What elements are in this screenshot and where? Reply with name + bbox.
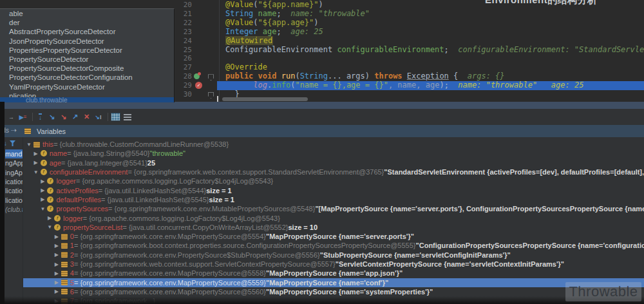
stack-frame-row[interactable]: lication bbox=[5, 196, 23, 205]
expand-arrow-icon[interactable]: ▶ bbox=[39, 187, 46, 193]
frames-filter-icon[interactable] bbox=[10, 140, 15, 146]
variable-row[interactable]: ▶factiveProfiles = {java.util.LinkedHash… bbox=[23, 186, 644, 195]
variable-row[interactable]: ▶5 = {org.springframework.core.env.MapPr… bbox=[23, 278, 644, 287]
stack-frame-row[interactable]: lication bbox=[5, 186, 23, 195]
variable-summary: "MapPropertySource {name='server.ports'}… bbox=[266, 233, 414, 240]
project-file-popup[interactable]: ablederAbstractPropertySourceDetectorJso… bbox=[0, 8, 175, 102]
expand-arrow-icon[interactable]: ▶ bbox=[33, 151, 39, 157]
variable-reference: = {org.apache.commons.logging.LogFactory… bbox=[83, 214, 280, 222]
file-list-item[interactable]: PropertySourceDetectorComposite bbox=[0, 64, 174, 73]
file-list-selected-row[interactable]: club.throwable bbox=[0, 97, 175, 102]
code-token: ; bbox=[277, 9, 281, 18]
expand-arrow-icon[interactable]: ▼ bbox=[33, 169, 39, 175]
expand-arrow-icon[interactable]: ▶ bbox=[53, 234, 60, 240]
expand-arrow-icon[interactable]: ▶ bbox=[53, 289, 60, 294]
file-list-item[interactable]: PropertySourceDetector bbox=[0, 55, 174, 64]
variable-row[interactable]: ▼this = {club.throwable.CustomCommandLin… bbox=[23, 140, 644, 149]
code-text[interactable]: @Override bbox=[225, 63, 267, 72]
step-over-icon[interactable]: ↓ bbox=[35, 112, 45, 122]
expand-arrow-icon[interactable]: ▼ bbox=[46, 224, 53, 230]
caret-tick bbox=[217, 96, 218, 102]
fold-marker-icon[interactable] bbox=[208, 92, 214, 99]
code-token: Integer bbox=[225, 27, 258, 36]
evaluate-expression-icon[interactable] bbox=[111, 112, 120, 122]
expand-arrow-icon[interactable]: ▶ bbox=[53, 243, 60, 249]
fold-marker-icon[interactable] bbox=[208, 74, 214, 81]
stack-frame-row[interactable]: (club.t bbox=[5, 205, 23, 214]
code-token bbox=[258, 27, 263, 36]
expand-arrow-icon[interactable]: ▶ bbox=[46, 215, 53, 221]
stack-frame-row[interactable]: ingApp bbox=[5, 168, 23, 177]
horizontal-scrollbar[interactable] bbox=[222, 97, 308, 101]
code-token: ( bbox=[253, 0, 258, 9]
variable-row[interactable]: ▶0 = {org.springframework.core.env.MapPr… bbox=[23, 232, 644, 241]
show-execution-point-partial-icon[interactable]: → bbox=[6, 112, 16, 122]
variable-reference: = {org.springframework.web.context.suppo… bbox=[74, 260, 336, 268]
expand-arrow-icon[interactable]: ▶ bbox=[39, 178, 46, 184]
variable-reference: = {java.util.LinkedHashSet@5544} bbox=[99, 187, 206, 195]
stack-frame-row[interactable]: ngAppli bbox=[5, 158, 23, 167]
variable-row[interactable]: ▶4 = {org.springframework.core.env.MapPr… bbox=[23, 269, 644, 278]
expand-arrow-icon[interactable]: ▶ bbox=[53, 271, 60, 276]
variable-row[interactable]: ▼fpropertySources = {org.springframework… bbox=[23, 204, 644, 213]
file-list-item[interactable]: der bbox=[0, 18, 174, 27]
code-text[interactable]: @Value("${app.age}") bbox=[225, 19, 319, 28]
file-list-item[interactable]: PropertiesPropertySourceDetector bbox=[0, 46, 174, 55]
variables-panel-header: ds ⇢ Variables bbox=[0, 125, 644, 137]
variable-row[interactable]: ▼fconfigurableEnvironment = {org.springf… bbox=[23, 167, 644, 176]
run-to-cursor-icon[interactable]: ↘I bbox=[93, 112, 103, 122]
code-text[interactable]: String name; name: "throwable" bbox=[225, 10, 370, 19]
layout-settings-icon[interactable] bbox=[122, 112, 132, 122]
step-out-icon[interactable]: ↗ bbox=[70, 112, 80, 122]
variable-row[interactable]: ▶fage = {java.lang.Integer@5541} 25 bbox=[23, 158, 644, 167]
show-execution-point-icon[interactable]: ▶≡ bbox=[18, 112, 28, 122]
expand-arrow-icon[interactable]: ▶ bbox=[39, 196, 46, 202]
code-text[interactable]: @Autowired bbox=[225, 37, 273, 46]
expand-arrow-icon[interactable]: ▶ bbox=[53, 280, 60, 285]
expand-arrow-icon[interactable]: ▶ bbox=[53, 252, 60, 258]
code-token: ; bbox=[444, 45, 449, 54]
line-number: 30 bbox=[174, 90, 192, 99]
code-token: configurableEnvironment bbox=[337, 45, 444, 54]
code-token: public void bbox=[225, 71, 281, 81]
stack-frame-row[interactable]: ication bbox=[5, 177, 23, 186]
file-list-item[interactable]: able bbox=[0, 9, 174, 18]
variable-string-value: "throwable" bbox=[150, 149, 186, 157]
force-step-into-icon[interactable]: ↘ bbox=[59, 112, 68, 122]
variable-row[interactable]: ▶fname = {java.lang.String@5540} "throwa… bbox=[23, 149, 644, 158]
file-list-item[interactable]: YamlPropertySourceDetector bbox=[0, 82, 174, 91]
variable-summary: "StubPropertySource {name='servletConfig… bbox=[320, 251, 511, 259]
variable-name: age bbox=[50, 159, 61, 167]
stack-frame-row[interactable]: mandLi bbox=[5, 149, 23, 158]
code-text[interactable]: @Value("${app.name}") bbox=[225, 1, 323, 10]
variable-row[interactable]: ▶fdefaultProfiles = {java.util.LinkedHas… bbox=[23, 195, 644, 204]
variable-row[interactable]: ▶2 = {org.springframework.core.env.Prope… bbox=[23, 251, 644, 260]
variable-row[interactable]: ▶3 = {org.springframework.web.context.su… bbox=[23, 260, 644, 269]
variable-reference: = {org.springframework.core.env.MutableP… bbox=[108, 205, 315, 213]
drop-frame-icon[interactable]: ✕ bbox=[82, 112, 91, 122]
expand-arrow-icon[interactable]: ▶ bbox=[33, 160, 39, 166]
step-into-icon[interactable]: ↘ bbox=[47, 112, 57, 122]
variable-summary: "[MapPropertySource {name='server.ports'… bbox=[315, 205, 644, 213]
code-text[interactable]: ConfigurableEnvironment configurableEnvi… bbox=[225, 46, 644, 55]
variable-row[interactable]: ▶flogger = {org.apache.commons.logging.L… bbox=[23, 213, 644, 222]
variable-row[interactable]: ▶6 = {org.springframework.core.env.MapPr… bbox=[23, 287, 644, 296]
expand-arrow-icon[interactable]: ▼ bbox=[26, 142, 32, 147]
expand-arrow-icon[interactable]: ▼ bbox=[39, 206, 46, 212]
breakpoint-hit-icon[interactable]: ✓ bbox=[195, 82, 202, 89]
variable-row[interactable]: ▶1 = {org.springframework.boot.context.p… bbox=[23, 241, 644, 250]
variable-row[interactable]: ▼fpropertySourceList = {java.util.concur… bbox=[23, 223, 644, 232]
expand-arrow-icon[interactable]: ▶ bbox=[53, 261, 60, 267]
file-list-item[interactable]: AbstractPropertySourceDetector bbox=[0, 27, 174, 36]
code-text[interactable]: Integer age; age: 25 bbox=[225, 28, 323, 37]
code-text[interactable]: public void run(String... args) throws E… bbox=[225, 72, 505, 81]
variables-tab[interactable]: Variables bbox=[24, 125, 66, 137]
code-text[interactable]: log.info("name = {},age = {}", name, age… bbox=[225, 81, 583, 90]
line-number: 28 bbox=[174, 72, 192, 81]
variable-row[interactable]: ▶flogger = {org.apache.commons.logging.L… bbox=[23, 176, 644, 185]
method-breakpoint-icon[interactable] bbox=[194, 73, 200, 79]
variable-name: this bbox=[43, 140, 53, 148]
file-list-item[interactable]: JsonPropertySourceDetector bbox=[0, 37, 174, 46]
file-list-item[interactable]: PropertySourceDetectorConfiguration bbox=[0, 73, 174, 82]
code-token: log bbox=[253, 81, 267, 90]
